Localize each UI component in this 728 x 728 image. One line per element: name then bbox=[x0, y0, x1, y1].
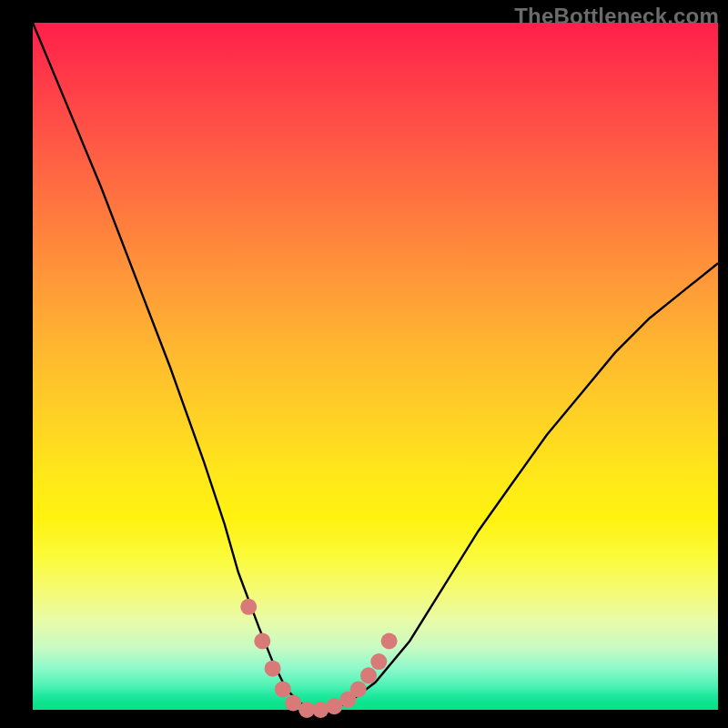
plot-area bbox=[33, 23, 718, 710]
chart-frame: TheBottleneck.com bbox=[0, 0, 728, 728]
watermark-label: TheBottleneck.com bbox=[514, 4, 719, 29]
